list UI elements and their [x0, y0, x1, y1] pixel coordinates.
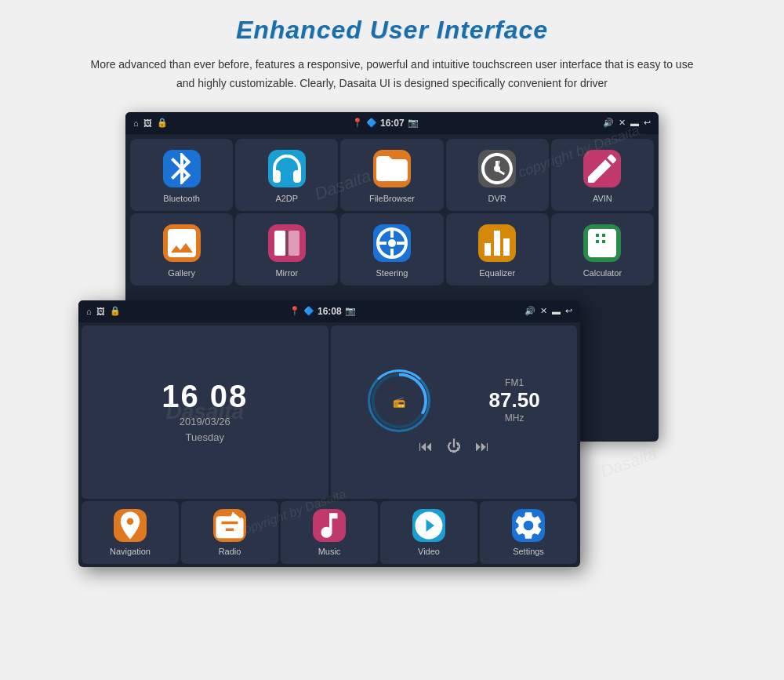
steering-label: Steering	[376, 268, 408, 278]
bluetooth-label: Bluetooth	[163, 194, 199, 203]
app-gallery[interactable]: Gallery	[130, 213, 233, 285]
app-grid: Bluetooth A2DP FileBrowser	[125, 134, 659, 290]
image-icon: 🖼	[143, 118, 152, 128]
page-title: Enhanced User Interface	[236, 16, 548, 45]
front-status-center: 📍 🔷 16:08 📷	[289, 306, 356, 317]
calculator-icon	[583, 224, 621, 262]
skip-back-btn[interactable]: ⏮	[419, 438, 433, 455]
app-avin[interactable]: AVIN	[551, 139, 654, 211]
back-screen-status-bar: ⌂ 🖼 🔒 📍 🔷 16:07 📷 🔊 ✕ ▬ ↩	[125, 112, 659, 134]
bottom-apps: Navigation Radio Music	[82, 501, 577, 564]
lock-icon-front: 🔒	[110, 306, 121, 316]
app-calculator[interactable]: Calculator	[551, 213, 654, 285]
folder-icon	[373, 150, 411, 187]
app-navigation[interactable]: Navigation	[82, 501, 179, 564]
camera-icon-front: 📷	[345, 306, 356, 316]
watermark-3: Dasaita	[598, 443, 660, 482]
front-status-left: ⌂ 🖼 🔒	[86, 306, 121, 316]
back-screen-time: 16:07	[380, 118, 405, 129]
app-mirror[interactable]: Mirror	[235, 213, 338, 285]
app-video[interactable]: Video	[380, 501, 477, 564]
navigation-label: Navigation	[110, 547, 151, 556]
pen-icon	[583, 150, 621, 187]
volume-icon-front[interactable]: 🔊	[524, 306, 535, 316]
filebrowser-label: FileBrowser	[369, 194, 415, 203]
headphones-icon	[268, 150, 306, 187]
steering-icon	[373, 224, 411, 262]
settings-icon	[512, 509, 545, 542]
status-left-icons: ⌂ 🖼 🔒	[133, 118, 168, 128]
clock-date: 2019/03/26 Tuesday	[180, 414, 230, 445]
svg-point-4	[388, 239, 396, 247]
camera-icon: 📷	[408, 118, 419, 128]
front-screen: ⌂ 🖼 🔒 📍 🔷 16:08 📷 🔊 ✕ ▬ ↩	[78, 300, 580, 567]
image-icon-front: 🖼	[96, 307, 105, 316]
app-filebrowser[interactable]: FileBrowser	[340, 139, 443, 211]
screens-container: Dasaita copyright by Dasaita Dasaita cop…	[78, 112, 706, 567]
avin-label: AVIN	[593, 194, 612, 203]
gallery-label: Gallery	[168, 268, 195, 278]
close-icon-front[interactable]: ✕	[540, 306, 547, 316]
app-bluetooth[interactable]: Bluetooth	[130, 139, 233, 211]
bluetooth-status-icon: 🔷	[366, 118, 377, 128]
svg-rect-1	[274, 231, 285, 256]
app-radio[interactable]: Radio	[181, 501, 278, 564]
equalizer-icon	[478, 224, 516, 262]
svg-text:📻: 📻	[393, 395, 406, 408]
image-icon	[163, 224, 201, 262]
radio-controls: ⏮ ⏻ ⏭	[419, 438, 489, 455]
app-music[interactable]: Music	[281, 501, 378, 564]
music-icon	[313, 509, 346, 542]
radio-icon	[213, 509, 246, 542]
minus-icon[interactable]: ▬	[630, 118, 639, 128]
front-status-right: 🔊 ✕ ▬ ↩	[524, 306, 572, 316]
speedometer-icon	[478, 150, 516, 187]
bluetooth-icon-front: 🔷	[303, 306, 314, 316]
svg-rect-2	[289, 231, 299, 256]
skip-forward-btn[interactable]: ⏭	[475, 438, 489, 455]
back-icon[interactable]: ↩	[644, 118, 651, 128]
power-btn[interactable]: ⏻	[447, 438, 461, 455]
equalizer-label: Equalizer	[479, 268, 515, 278]
home-icon-front[interactable]: ⌂	[86, 307, 92, 316]
app-equalizer[interactable]: Equalizer	[446, 213, 549, 285]
settings-label: Settings	[513, 547, 544, 556]
back-icon-front[interactable]: ↩	[565, 306, 572, 316]
status-center: 📍 🔷 16:07 📷	[352, 118, 419, 129]
app-settings[interactable]: Settings	[480, 501, 577, 564]
radio-frequency: 87.50	[489, 388, 540, 413]
app-dvr[interactable]: DVR	[446, 139, 549, 211]
radio-dial: 📻	[368, 369, 430, 432]
location-icon-front: 📍	[289, 306, 300, 316]
status-right-icons: 🔊 ✕ ▬ ↩	[603, 118, 651, 128]
page-subtitle: More advanced than ever before, features…	[86, 56, 698, 93]
radio-unit: MHz	[489, 413, 540, 424]
front-screen-status-bar: ⌂ 🖼 🔒 📍 🔷 16:08 📷 🔊 ✕ ▬ ↩	[78, 300, 580, 322]
minus-icon-front[interactable]: ▬	[552, 307, 561, 316]
music-label: Music	[318, 547, 341, 556]
app-steering[interactable]: Steering	[340, 213, 443, 285]
location-icon: 📍	[352, 118, 363, 128]
navigation-icon	[114, 509, 147, 542]
mirror-icon	[268, 224, 306, 262]
radio-label: Radio	[219, 547, 241, 556]
video-icon	[412, 509, 445, 542]
close-icon[interactable]: ✕	[619, 118, 626, 128]
front-screen-time: 16:08	[318, 306, 342, 317]
clock-panel: Dasaita 16 08 2019/03/26 Tuesday	[82, 325, 328, 499]
dvr-label: DVR	[488, 194, 506, 203]
radio-band: FM1	[489, 377, 540, 388]
radio-panel: 📻 FM1 87.50 MHz ⏮	[331, 325, 578, 499]
app-a2dp[interactable]: A2DP	[235, 139, 338, 211]
a2dp-label: A2DP	[275, 194, 298, 203]
clock-time: 16 08	[162, 379, 248, 414]
calculator-label: Calculator	[583, 268, 622, 278]
bluetooth-icon	[163, 150, 201, 187]
lock-icon: 🔒	[157, 118, 168, 128]
video-label: Video	[418, 547, 440, 556]
home-icon[interactable]: ⌂	[133, 118, 139, 128]
volume-icon[interactable]: 🔊	[603, 118, 614, 128]
mirror-label: Mirror	[275, 268, 298, 278]
